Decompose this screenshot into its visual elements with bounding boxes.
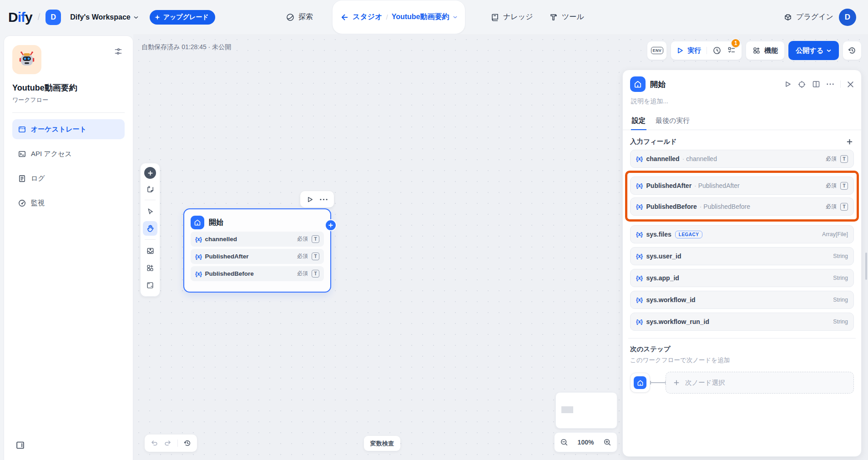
sidebar-item-orchestrate[interactable]: オーケストレート [12,119,125,139]
nav-explore[interactable]: 探索 [286,0,313,34]
add-node-button[interactable] [144,167,156,179]
required-badge: 必須 [826,155,837,163]
upgrade-label: アップグレード [163,13,209,21]
zoom-level[interactable]: 100% [578,439,594,446]
text-type-icon [840,203,848,211]
canvas-toolbar [140,163,160,297]
nav-knowledge[interactable]: ナレッジ [490,0,533,34]
sys-field-row[interactable]: sys.user_id String [630,247,854,265]
canvas-scrollbar[interactable] [865,253,867,280]
node-field-row[interactable]: PublishedAfter 必須 [191,249,324,264]
log-icon [18,174,26,183]
app-robot-icon [12,45,41,74]
divider [177,440,178,447]
tab-settings[interactable]: 設定 [631,113,646,130]
select-next-node-button[interactable]: 次ノード選択 [666,372,854,394]
variable-icon [636,203,643,210]
hand-tool-button[interactable] [143,221,157,236]
workspace-avatar[interactable]: D [45,10,61,25]
organize-blocks-button[interactable] [143,261,157,275]
input-field-row[interactable]: PublishedAfter PublishedAfter 必須 [630,177,854,195]
app-settings-icon[interactable] [112,45,125,58]
node-field-row[interactable]: PublishedBefore 必須 [191,266,324,281]
nav-plugins-label: プラグイン [796,12,833,22]
input-field-row[interactable]: PublishedBefore PublishedBefore 必須 [630,197,854,216]
panel-more-button[interactable] [827,83,834,85]
node-more-button[interactable] [320,198,328,201]
node-add-next-button[interactable] [325,219,337,231]
minimap[interactable] [555,392,617,429]
field-name: sys.workflow_run_id [646,318,833,325]
sidebar-divider [12,112,125,113]
breadcrumb-app-name[interactable]: Youtube動画要約 [392,12,449,22]
sys-field-row[interactable]: sys.workflow_id String [630,291,854,309]
input-field-row[interactable]: channelled channelled 必須 [630,150,854,168]
sys-field-row[interactable]: sys.files LEGACY Array[File] [630,225,854,243]
play-icon [676,47,684,54]
run-history-button[interactable] [712,46,722,55]
connector-line [650,382,666,383]
sidebar-item-api-access[interactable]: API アクセス [12,144,125,164]
sys-field-row[interactable]: sys.workflow_run_id String [630,313,854,331]
close-icon [847,81,854,88]
nav-tools-label: ツール [562,12,584,22]
home-icon [630,76,646,92]
plus-icon [673,379,680,386]
zoom-out-icon [560,438,568,446]
node-field-row[interactable]: channelled 必須 [191,232,324,247]
upgrade-button[interactable]: アップグレード [150,10,215,25]
nav-tools[interactable]: ツール [549,0,584,34]
publish-button[interactable]: 公開する [788,41,839,60]
focus-node-button[interactable] [798,81,806,88]
version-history-button[interactable] [843,41,862,60]
variable-icon [636,275,643,281]
field-alias: channelled [682,155,826,162]
zoom-out-button[interactable] [560,438,568,446]
variable-icon [195,236,202,243]
nav-plugins[interactable]: プラグイン [783,0,833,34]
history-icon [848,46,857,55]
close-panel-button[interactable] [847,81,854,88]
sidebar-item-monitoring[interactable]: 監視 [12,193,125,213]
frame-icon [146,281,154,289]
add-field-button[interactable] [845,137,854,146]
blocks-plus-icon [146,264,154,272]
undo-button[interactable] [150,439,158,447]
env-button[interactable]: ENV [647,41,667,60]
import-dsl-button[interactable] [143,243,157,258]
add-note-button[interactable] [143,182,157,196]
fit-view-button[interactable] [143,278,157,293]
docs-button[interactable] [812,80,820,88]
divider [707,47,707,54]
next-step-subtitle: このワークフローで次ノードを追加 [630,356,854,364]
features-button[interactable]: 機能 [746,41,785,60]
field-type: String [833,318,848,325]
run-group: 実行 1 [671,41,742,60]
workspace-selector[interactable]: Dify's Workspace [70,13,138,21]
start-node[interactable]: 開始 channelled 必須 PublishedAfter 必須 Publi… [183,208,331,293]
description-input[interactable]: 説明を追加... [631,97,853,106]
node-play-button[interactable] [307,196,313,203]
redo-button[interactable] [164,439,172,447]
variable-inspect-button[interactable]: 変数検査 [364,436,400,451]
plus-icon [328,222,333,228]
panel-run-button[interactable] [784,81,792,88]
zoom-in-button[interactable] [603,438,611,446]
pointer-tool-button[interactable] [143,204,157,218]
collapse-sidebar-icon[interactable] [15,440,25,450]
chevron-down-icon[interactable] [453,15,458,20]
run-button[interactable]: 実行 [676,46,701,55]
required-badge: 必須 [826,203,837,211]
cursor-icon [146,207,154,215]
dify-logo[interactable]: Dify [8,10,32,25]
redo-icon [164,439,172,447]
checklist-button[interactable]: 1 [727,46,736,55]
zoom-controls: 100% [554,432,617,452]
sys-field-row[interactable]: sys.app_id String [630,269,854,287]
change-history-button[interactable] [183,439,192,447]
tab-last-run[interactable]: 最後の実行 [655,113,691,130]
back-arrow-icon[interactable] [340,13,349,22]
nav-studio[interactable]: スタジオ [353,12,383,22]
sidebar-item-logs[interactable]: ログ [12,168,125,188]
user-avatar[interactable]: D [839,9,856,26]
